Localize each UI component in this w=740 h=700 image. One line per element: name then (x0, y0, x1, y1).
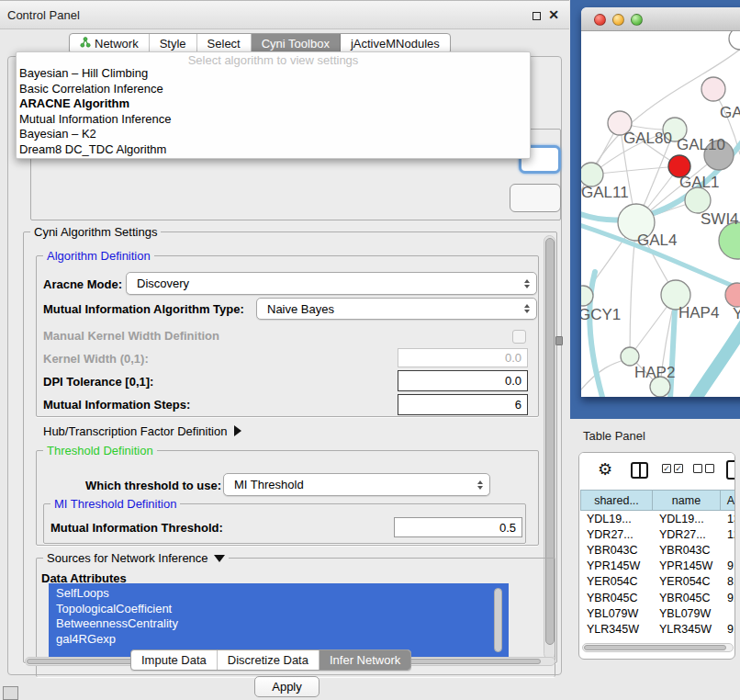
dropdown-item-selected[interactable]: ARACNE Algorithm (17, 96, 530, 112)
node-swi4[interactable] (685, 187, 711, 213)
collapsed-panel-chip[interactable] (3, 686, 18, 700)
network-view-window[interactable]: GAL GAL80 GAL10 GAL1 GAL11 SWI4 GAL4 GCY… (581, 7, 740, 397)
tab-style-label: Style (160, 37, 186, 51)
dropdown-item[interactable]: Bayesian – Hill Climbing (17, 66, 530, 82)
dpi-tolerance-label: DPI Tolerance [0,1]: (43, 375, 153, 389)
table-row[interactable]: YER054CYER054C8. (580, 574, 735, 590)
list-item[interactable]: gal4RGexp (56, 632, 509, 648)
hub-definition-expander[interactable]: Hub/Transcription Factor Definition (43, 424, 241, 438)
hub-definition-label: Hub/Transcription Factor Definition (43, 424, 227, 438)
table-row[interactable]: YBL079WYBL079W (580, 605, 735, 621)
sources-group-title[interactable]: Sources for Network Inference (43, 551, 229, 565)
list-item[interactable]: SelfLoops (56, 586, 509, 602)
window-close-icon[interactable] (594, 14, 606, 26)
combo-stepper-icon (477, 480, 483, 490)
table-hscroll-thumb[interactable] (584, 645, 726, 650)
dropdown-item[interactable]: Basic Correlation Inference (17, 82, 530, 97)
cell: YDR27... (580, 526, 653, 542)
cell: YER054C (580, 574, 653, 590)
control-panel-title: Control Panel (7, 8, 80, 22)
dpi-tolerance-field[interactable]: 0.0 (398, 370, 528, 391)
table-row[interactable]: YBR045CYBR045C9. (580, 590, 735, 605)
window-minimize-icon[interactable] (612, 14, 624, 26)
list-item[interactable]: BetweennessCentrality (56, 616, 509, 632)
dropdown-item[interactable]: Dream8 DC_TDC Algorithm (17, 142, 530, 158)
mi-algorithm-type-combobox[interactable]: Naive Bayes (256, 298, 537, 320)
table-row[interactable]: YIL052CYIL052C9 (580, 638, 735, 641)
network-window-titlebar[interactable] (581, 7, 740, 31)
tab-select[interactable]: Select (197, 34, 252, 53)
table-row[interactable]: YPR145WYPR145W9. (580, 559, 735, 574)
node-label: HAP4 (678, 304, 719, 322)
table-row[interactable]: YDL19...YDL19...13 (580, 511, 735, 526)
dropdown-placeholder: Select algorithm to view settings (17, 52, 530, 66)
tab-style[interactable]: Style (150, 34, 197, 53)
table-horizontal-scrollbar[interactable] (582, 643, 734, 652)
node-label: GAL1 (679, 174, 719, 191)
cell: 9. (721, 559, 735, 574)
aracne-mode-label: Aracne Mode: (43, 277, 122, 291)
tab-cyni-toolbox[interactable]: Cyni Toolbox (252, 34, 341, 53)
control-panel-titlebar: Control Panel ✕ (0, 0, 569, 29)
node[interactable] (729, 31, 740, 50)
network-canvas[interactable]: GAL GAL80 GAL10 GAL1 GAL11 SWI4 GAL4 GCY… (581, 31, 740, 397)
apply-button[interactable]: Apply (254, 676, 320, 697)
columns-icon[interactable] (631, 462, 648, 479)
mi-threshold-label: Mutual Information Threshold: (50, 521, 223, 535)
table-panel-title: Table Panel (583, 429, 645, 443)
tab-impute-data[interactable]: Impute Data (131, 650, 218, 670)
tab-discretize-data[interactable]: Discretize Data (218, 650, 320, 670)
threshold-definition-title: Threshold Definition (43, 444, 157, 457)
table-row[interactable]: YLR345WYLR345W9. (580, 621, 735, 637)
table-row[interactable]: YBR043CYBR043C (580, 542, 735, 558)
network-tab-icon (80, 37, 91, 51)
manual-kernel-checkbox[interactable] (512, 330, 526, 344)
node-pink[interactable] (725, 283, 740, 307)
tab-jactivemnodules[interactable]: jActiveMNodules (341, 34, 450, 53)
attribute-list-scrollbar[interactable] (494, 588, 502, 652)
deselect-all-icon[interactable] (693, 464, 714, 473)
table-icon[interactable] (726, 460, 735, 480)
cell (721, 542, 735, 558)
node[interactable] (701, 77, 725, 101)
column-header[interactable]: A (721, 490, 735, 511)
network-combobox-partial[interactable] (510, 184, 561, 212)
cell: YIL052C (580, 638, 653, 641)
list-item[interactable]: TopologicalCoefficient (56, 602, 509, 617)
which-threshold-combobox[interactable]: MI Threshold (223, 473, 490, 496)
node-label: GAL11 (581, 184, 629, 201)
column-header[interactable]: shared... (580, 490, 653, 511)
cyni-bottom-tabbar: Impute Data Discretize Data Infer Networ… (130, 649, 411, 671)
select-all-icon[interactable]: ✓ ✓ (662, 464, 683, 473)
kernel-width-field[interactable]: 0.0 (398, 348, 528, 367)
checked-box-icon: ✓ (662, 464, 671, 473)
float-window-icon[interactable] (533, 12, 541, 20)
node-label: GAL10 (677, 136, 725, 153)
node-label: GAL4 (637, 231, 677, 249)
close-icon[interactable]: ✕ (548, 9, 559, 20)
cell: 9. (721, 621, 735, 637)
mi-threshold-field[interactable]: 0.5 (394, 517, 522, 537)
node-green[interactable] (719, 222, 740, 259)
screen: Control Panel ✕ Network Style Select Cyn… (0, 0, 740, 700)
tab-infer-network[interactable]: Infer Network (320, 650, 410, 670)
dropdown-item[interactable]: Bayesian – K2 (17, 127, 530, 142)
table-toolbar: ⚙ ✓ ✓ (579, 453, 734, 490)
mi-steps-field[interactable]: 6 (398, 394, 528, 415)
cell: 8. (721, 574, 735, 590)
table-header-row: shared... name A (580, 490, 735, 511)
node-hap2[interactable] (621, 347, 639, 366)
splitpane-handle[interactable] (555, 336, 563, 345)
column-header[interactable]: name (653, 490, 721, 511)
node-table: shared... name A YDL19...YDL19...13 YDR2… (580, 490, 735, 640)
cell: YBL079W (653, 605, 721, 621)
gear-icon[interactable]: ⚙ (598, 459, 612, 480)
cell: YBL079W (580, 605, 653, 621)
table-row[interactable]: YDR27...YDR27...12 (580, 526, 735, 542)
cell: YER054C (653, 574, 721, 590)
table-card: ⚙ ✓ ✓ shared... name A (578, 452, 735, 660)
tab-network[interactable]: Network (70, 34, 150, 53)
dropdown-item[interactable]: Mutual Information Inference (17, 112, 530, 128)
aracne-mode-combobox[interactable]: Discovery (126, 272, 537, 295)
window-zoom-icon[interactable] (631, 14, 643, 26)
